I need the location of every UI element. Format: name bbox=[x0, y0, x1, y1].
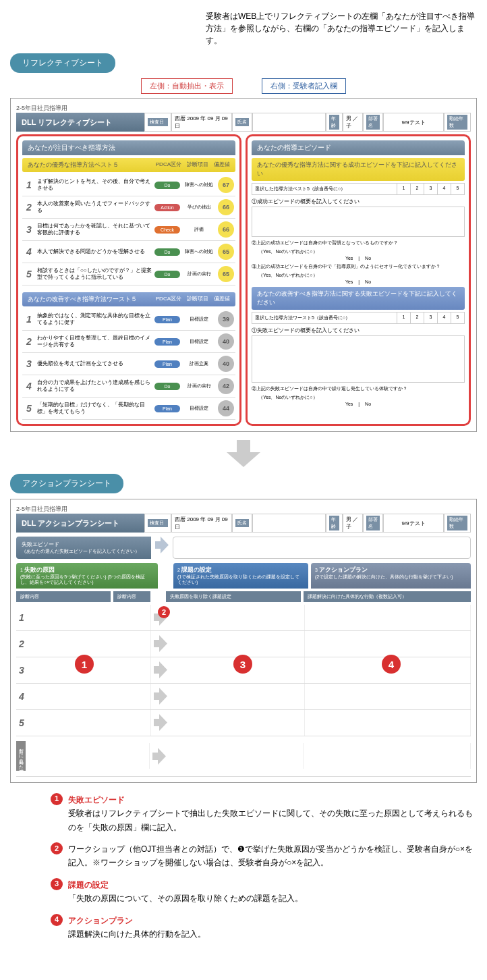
actionplan-sheet: 2-5年目社員指導用 DLL アクションプランシート 検査日 西暦 2009 年… bbox=[10, 499, 477, 783]
select-worst-row[interactable]: 選択した指導方法ワースト5（該当番号に○） 12345 bbox=[252, 312, 465, 324]
pdca-badge: Plan bbox=[154, 316, 180, 323]
table-row: 1 bbox=[16, 605, 471, 631]
legend-item: 1 失敗エピソード受験者はリフレクティブシートで抽出した失敗エピソードに関して、… bbox=[51, 793, 477, 834]
ap-col3-header: 3 アクションプラン (2で設定した課題の解決に向けた、具体的な行動を挙げて下さ… bbox=[311, 563, 471, 589]
pdca-badge: Action bbox=[154, 204, 180, 211]
marker-1: 1 bbox=[75, 655, 94, 674]
ap-episode-input[interactable] bbox=[173, 537, 471, 559]
select-best-row[interactable]: 選択した指導方法ベスト5（該当番号に○） 12345 bbox=[252, 183, 465, 195]
pdca-badge: Plan bbox=[154, 338, 180, 346]
right-arrow-icon bbox=[154, 688, 167, 705]
marker-4: 4 bbox=[382, 655, 401, 674]
list-item: 5 「短期的な目標」だけでなく、「長期的な目標」を考えてもらう Plan 目標設… bbox=[22, 398, 235, 420]
ap-episode-label: 失敗エピソード （あなたの選んだ失敗エピソードを記入してください） bbox=[16, 537, 151, 559]
pdca-badge: Plan bbox=[154, 360, 180, 368]
legend-marker: 2 bbox=[51, 842, 63, 854]
list-item: 2 本人の改善案を聞いたうえでフィードバックする Action 学びの抽出 66 bbox=[22, 196, 235, 219]
right-arrow-icon bbox=[154, 635, 167, 652]
ap-col1-header: 1 失敗の原因 (失敗に至った原因を5つ挙げてください) (5つの原因を検証し、… bbox=[16, 563, 158, 589]
left-panel: あなたが注目すべき指導方法 あなたの優秀な指導方法ベスト５ PDCA区分診断項目… bbox=[16, 134, 241, 426]
meta-row: 検査日 西暦 2009 年 09 月 09 日 氏名 年齢 男 ／ 子 部署名 … bbox=[144, 113, 471, 132]
score-badge: 44 bbox=[218, 400, 234, 416]
list-item: 4 本人で解決できる問題かどうかを理解させる Do 障害への対処 65 bbox=[22, 241, 235, 263]
right-arrow-icon bbox=[155, 537, 169, 553]
right-arrow-icon bbox=[154, 714, 167, 731]
list-item: 1 まず解決のヒントを与え、その後、自分で考えさせる Do 障害への対処 67 bbox=[22, 174, 235, 196]
legend-marker: 3 bbox=[51, 878, 63, 890]
legend-marker: 4 bbox=[51, 914, 63, 926]
score-badge: 42 bbox=[218, 378, 234, 394]
down-arrow-icon bbox=[10, 440, 477, 468]
legend: 1 失敗エピソード受験者はリフレクティブシートで抽出した失敗エピソードに関して、… bbox=[51, 793, 477, 942]
ap-title: DLL アクションプランシート bbox=[22, 518, 119, 528]
table-row: 4 bbox=[16, 684, 471, 710]
list-item: 3 優先順位を考えて計画を立てさせる Plan 計画立案 40 bbox=[22, 353, 235, 375]
score-badge: 65 bbox=[218, 244, 234, 260]
pdca-badge: Do bbox=[154, 271, 180, 278]
score-badge: 65 bbox=[218, 266, 234, 282]
score-badge: 66 bbox=[218, 199, 234, 215]
sheet-title: DLL リフレクティブシート bbox=[22, 117, 112, 128]
success-episode-input[interactable] bbox=[252, 207, 465, 237]
new-cause-label: 新たに発見した原因 bbox=[16, 741, 26, 771]
callout-right: 右側：受験者記入欄 bbox=[262, 78, 346, 94]
score-badge: 40 bbox=[218, 356, 234, 372]
score-badge: 39 bbox=[218, 311, 234, 327]
pdca-badge: Do bbox=[154, 383, 180, 390]
best5-header: あなたの優秀な指導方法ベスト５ PDCA区分診断項目偏差値 bbox=[22, 158, 235, 172]
score-badge: 67 bbox=[218, 177, 234, 193]
right-arrow-icon bbox=[154, 661, 167, 678]
list-item: 2 わかりやすく目標を整理して、最終目標のイメージを共有する Plan 目標設定… bbox=[22, 331, 235, 353]
tab-actionplan: アクションプランシート bbox=[10, 474, 123, 493]
ap-col2-header: 2 課題の設定 (1で検証された失敗原因を取り除くための課題を設定してください) bbox=[173, 563, 308, 589]
intro-text: 受験者はWEB上でリフレクティブシートの左欄「あなたが注目すべき指導方法」を参照… bbox=[206, 10, 477, 47]
pdca-badge: Do bbox=[154, 248, 180, 256]
list-item: 5 相談するときは「○○したいのですが？」と提案型で持ってくるように指示している… bbox=[22, 263, 235, 285]
right-best-header: あなたの優秀な指導方法に関する成功エピソードを下記に記入してください bbox=[252, 158, 465, 181]
pdca-badge: Plan bbox=[154, 405, 180, 412]
legend-item: 2 ワークショップ（他OJT担当者との対話）で、❶で挙げた失敗原因が妥当かどうか… bbox=[51, 842, 477, 870]
tab-reflective: リフレクティブシート bbox=[10, 53, 115, 73]
score-badge: 66 bbox=[218, 221, 234, 238]
yn-best-3[interactable]: Yes | No bbox=[252, 279, 465, 284]
right-arrow-icon bbox=[152, 748, 166, 765]
list-item: 3 目標は何であったかを確認し、それに基づいて客観的に評価する Check 評価… bbox=[22, 219, 235, 241]
legend-marker: 1 bbox=[51, 793, 63, 805]
right-header: あなたの指導エピソード bbox=[252, 140, 465, 155]
yn-worst-2[interactable]: Yes | No bbox=[252, 402, 465, 406]
pdca-badge: Check bbox=[154, 226, 180, 234]
pdca-badge: Do bbox=[154, 182, 180, 189]
right-worst-header: あなたの改善すべき指導方法に関する失敗エピソードを下記に記入してください bbox=[252, 287, 465, 310]
table-row: 2 bbox=[16, 631, 471, 657]
legend-item: 4 アクションプラン課題解決に向けた具体的行動を記入。 bbox=[51, 914, 477, 942]
left-header: あなたが注目すべき指導方法 bbox=[22, 140, 235, 155]
yn-best-2[interactable]: Yes | No bbox=[252, 256, 465, 261]
right-panel: あなたの指導エピソード あなたの優秀な指導方法に関する成功エピソードを下記に記入… bbox=[246, 134, 471, 426]
table-row: 5 bbox=[16, 710, 471, 736]
worst5-header: あなたの改善すべき指導方法ワースト５ PDCA区分診断項目偏差値 bbox=[22, 292, 235, 306]
sheet-pretitle: 2-5年目社員指導用 bbox=[16, 104, 471, 113]
legend-item: 3 課題の設定「失敗の原因について、その原因を取り除くための課題を記入。 bbox=[51, 878, 477, 906]
failure-episode-input[interactable] bbox=[252, 335, 465, 383]
ap-pretitle: 2-5年目社員指導用 bbox=[16, 505, 471, 514]
reflective-sheet: 2-5年目社員指導用 DLL リフレクティブシート 検査日 西暦 2009 年 … bbox=[10, 98, 477, 432]
ap-meta-row: 検査日 西暦 2009 年 09 月 09 日 氏名 年齢 男 ／ 子 部署名 … bbox=[144, 514, 471, 533]
marker-3: 3 bbox=[233, 655, 252, 674]
callout-left: 左側：自動抽出・表示 bbox=[141, 78, 233, 94]
marker-2: 2 bbox=[158, 606, 170, 618]
list-item: 4 自分の力で成果を上げたという達成感を感じられるようにする Do 計画の実行 … bbox=[22, 375, 235, 398]
list-item: 1 抽象的ではなく、測定可能な具体的な目標を立てるように促す Plan 目標設定… bbox=[22, 308, 235, 331]
score-badge: 40 bbox=[218, 333, 234, 350]
